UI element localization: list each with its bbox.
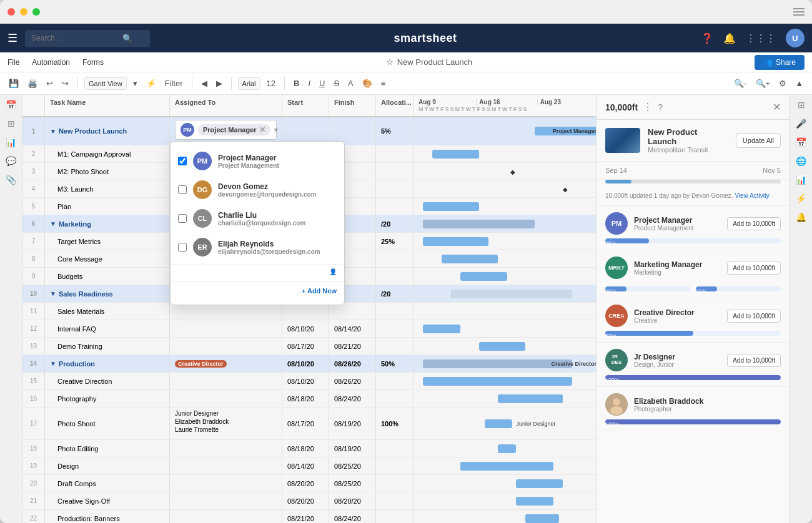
cd-add-10k-button[interactable]: Add to 10,000ft [727,310,781,323]
chart-icon[interactable]: 📊 [6,137,16,147]
table-row[interactable]: 18 Photo Editing 08/18/20 08/19/20 [22,440,596,457]
undo-icon[interactable]: ↩ [44,77,56,89]
panel-help-icon[interactable]: ? [658,102,663,112]
table-row[interactable]: 1 ▼ New Product Launch PM Project Manage… [22,117,596,145]
table-row[interactable]: 13 Demo Training 08/17/20 08/21/20 [22,338,596,355]
search-box[interactable]: 🔍 [25,30,150,47]
search-input[interactable] [31,34,119,42]
start-cell[interactable]: 08/20/20 [282,492,329,509]
assigned-cell[interactable] [170,440,282,457]
panel-close-icon[interactable]: ✕ [773,101,781,113]
task-name-cell[interactable]: Production: Banners [45,510,170,523]
side-bell-icon[interactable]: 🔔 [796,212,806,222]
grid2-icon[interactable]: ⊞ [7,119,15,129]
hamburger-icon[interactable]: ☰ [7,31,17,45]
panel-dots-icon[interactable]: ⋮ [643,101,653,113]
arrow-left-icon[interactable]: ◀ [199,77,210,89]
task-name-cell[interactable]: Photography [45,390,170,407]
finish-cell[interactable]: 08/24/20 [329,390,376,407]
avatar[interactable]: U [786,29,805,47]
task-name-cell[interactable]: M3: Launch [45,180,170,197]
update-all-button[interactable]: Update All [736,133,781,148]
side-grid-icon[interactable]: ⊞ [798,100,805,110]
charlie-checkbox[interactable] [178,214,187,223]
finish-cell[interactable]: 08/14/20 [329,320,376,337]
finish-cell[interactable]: 08/25/20 [329,457,376,474]
pm-add-10k-button[interactable]: Add to 10,000ft [727,217,781,230]
bold-icon[interactable]: B [291,77,302,89]
strikethrough-icon[interactable]: S [331,77,342,89]
text-color-icon[interactable]: A [345,77,356,89]
assigned-cell[interactable] [170,475,282,492]
assigned-cell[interactable] [170,492,282,509]
finish-cell[interactable]: 08/25/20 [329,475,376,492]
assigned-cell[interactable] [170,510,282,523]
task-name-cell[interactable]: Creative Direction [45,373,170,389]
side-calendar-icon[interactable]: 📅 [796,137,806,147]
task-name-cell[interactable]: ▼Production [45,355,170,372]
start-cell[interactable]: 08/18/20 [282,440,329,457]
jr-add-10k-button[interactable]: Add to 10,000ft [727,354,781,367]
forms-menu[interactable]: Forms [82,58,104,67]
collapse-icon[interactable]: ▼ [50,290,56,297]
elijah-checkbox[interactable] [178,243,187,252]
automation-menu[interactable]: Automation [32,58,70,67]
assigned-cell[interactable]: PM Project Manager ✕ ▾ PM Project Manage… [170,117,282,145]
mm-add-10k-button[interactable]: Add to 10,000ft [727,262,781,275]
task-name-cell[interactable]: Core Message [45,250,170,267]
table-row[interactable]: 16 Photography 08/18/20 08/24/20 [22,390,596,408]
task-name-cell[interactable]: Internal FAQ [45,320,170,337]
table-row[interactable]: 22 Production: Banners 08/21/20 08/24/20 [22,510,596,523]
task-name-cell[interactable]: Design [45,457,170,474]
assigned-cell[interactable]: Creative Director [170,355,282,372]
spreadsheet[interactable]: Task Name Assigned To Start Finish Alloc… [22,95,596,523]
table-row[interactable]: 19 Design 08/14/20 08/25/20 [22,457,596,475]
table-row[interactable]: 11 Sales Materials [22,303,596,320]
dropdown-item-elijah[interactable]: ER Elijah Reynolds elijahreynolds@torque… [171,233,344,262]
task-name-cell[interactable]: Draft Comps [45,475,170,492]
zoom-in-icon[interactable]: 🔍+ [753,77,773,89]
finish-cell[interactable]: 08/19/20 [329,408,376,439]
task-name-cell[interactable]: M1: Campaign Approval [45,145,170,162]
redo-icon[interactable]: ↪ [59,77,71,89]
task-name-cell[interactable]: Photo Editing [45,440,170,457]
finish-cell[interactable]: 08/26/20 [329,355,376,372]
assigned-cell[interactable] [170,320,282,337]
start-cell[interactable]: 08/18/20 [282,390,329,407]
task-name-cell[interactable]: Target Metrics [45,233,170,250]
fill-color-icon[interactable]: 🎨 [360,77,375,89]
calendar-icon[interactable]: 📅 [6,100,16,110]
attach-icon[interactable]: 📎 [6,175,16,185]
assigned-cell[interactable]: Junior Designer Elizabeth Braddock Lauri… [170,408,282,439]
dropdown-overlay[interactable]: PM Project Manager Project Management DG… [170,141,345,305]
finish-cell[interactable] [329,303,376,320]
start-cell[interactable]: 08/17/20 [282,338,329,354]
arrow-right-icon[interactable]: ▶ [214,77,225,89]
maximize-btn[interactable] [32,8,40,16]
grid-icon[interactable]: ⋮⋮⋮ [746,32,776,44]
start-cell[interactable]: 08/21/20 [282,510,329,523]
filter-label[interactable]: Filter [162,77,186,89]
task-name-cell[interactable]: Budgets [45,268,170,285]
task-name-cell[interactable]: M2: Photo Shoot [45,163,170,180]
dropdown-item-pm[interactable]: PM Project Manager Project Management [171,147,344,175]
gantt-view-button[interactable]: Gantt View [84,77,127,90]
task-name-cell[interactable]: ▼Marketing [45,215,170,232]
dropdown-item-devon[interactable]: DG Devon Gomez devongomez@torquedesign.c… [171,175,344,204]
settings-icon[interactable]: ⚙ [776,77,789,89]
start-cell[interactable]: 08/10/20 [282,320,329,337]
add-new-button[interactable]: + Add New [171,281,344,300]
task-name-cell[interactable]: Creative Sign-Off [45,492,170,509]
side-chart-icon[interactable]: 📊 [796,175,806,185]
font-selector[interactable]: Arial [238,77,260,90]
assigned-cell[interactable] [170,390,282,407]
filter-icon[interactable]: ⚡ [144,77,159,89]
finish-cell[interactable]: 08/19/20 [329,440,376,457]
start-cell[interactable]: 08/10/20 [282,355,329,372]
task-name-cell[interactable]: ▼Sales Readiness [45,285,170,302]
collapse-icon[interactable]: ▼ [50,220,56,227]
table-row[interactable]: 21 Creative Sign-Off 08/20/20 08/20/20 [22,492,596,510]
table-row[interactable]: 17 Photo Shoot Junior Designer Elizabeth… [22,408,596,440]
finish-cell[interactable]: 08/26/20 [329,373,376,389]
collapse-icon[interactable]: ▼ [50,360,56,367]
